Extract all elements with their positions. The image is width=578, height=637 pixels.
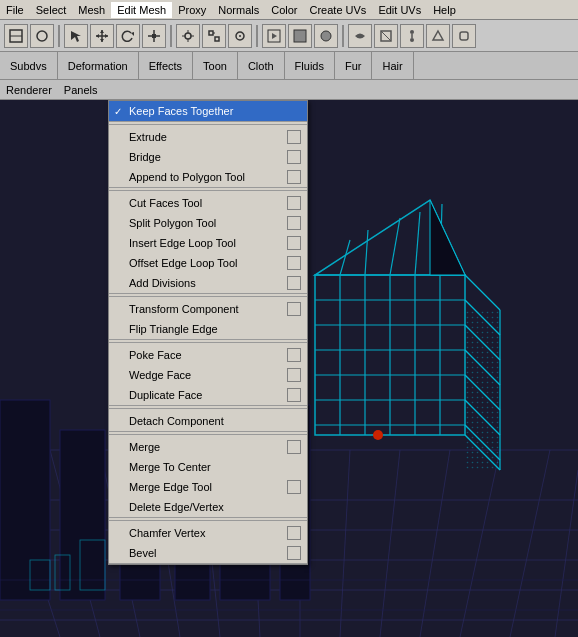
dropdown-section-7: Merge Merge To Center Merge Edge Tool De… bbox=[109, 437, 307, 518]
toolbar-btn-render2[interactable] bbox=[288, 24, 312, 48]
dropdown-section-4: Transform Component Flip Triangle Edge bbox=[109, 299, 307, 340]
dropdown-section-1: ✓ Keep Faces Together bbox=[109, 101, 307, 122]
tab-hair[interactable]: Hair bbox=[372, 52, 413, 79]
svg-rect-28 bbox=[294, 30, 306, 42]
dropdown-item-wedge-face[interactable]: Wedge Face bbox=[109, 365, 307, 385]
tab-fluids[interactable]: Fluids bbox=[285, 52, 335, 79]
option-box-extrude[interactable] bbox=[287, 130, 301, 144]
svg-rect-87 bbox=[0, 400, 50, 600]
dropdown-section-3: Cut Faces Tool Split Polygon Tool Insert… bbox=[109, 193, 307, 294]
dropdown-item-append-polygon[interactable]: Append to Polygon Tool bbox=[109, 167, 307, 187]
dropdown-item-bevel[interactable]: Bevel bbox=[109, 543, 307, 563]
dropdown-sep-7 bbox=[109, 520, 307, 521]
option-box-append-polygon[interactable] bbox=[287, 170, 301, 184]
toolbar-btn-scale[interactable] bbox=[142, 24, 166, 48]
toolbar-btn-render3[interactable] bbox=[314, 24, 338, 48]
dropdown-item-merge-edge-tool[interactable]: Merge Edge Tool bbox=[109, 477, 307, 497]
dropdown-section-6: Detach Component bbox=[109, 411, 307, 432]
toolbar-btn-snap3[interactable] bbox=[228, 24, 252, 48]
dropdown-item-extrude[interactable]: Extrude bbox=[109, 127, 307, 147]
dropdown-item-split-polygon[interactable]: Split Polygon Tool bbox=[109, 213, 307, 233]
svg-point-16 bbox=[185, 33, 191, 39]
dropdown-item-bridge[interactable]: Bridge bbox=[109, 147, 307, 167]
toolbar-row bbox=[0, 20, 578, 52]
option-box-poke-face[interactable] bbox=[287, 348, 301, 362]
tab-deformation[interactable]: Deformation bbox=[58, 52, 139, 79]
dropdown-item-cut-faces[interactable]: Cut Faces Tool bbox=[109, 193, 307, 213]
dropdown-item-detach-component[interactable]: Detach Component bbox=[109, 411, 307, 431]
option-box-add-divisions[interactable] bbox=[287, 276, 301, 290]
menu-help[interactable]: Help bbox=[427, 2, 462, 18]
menu-file[interactable]: File bbox=[0, 2, 30, 18]
toolbar-btn-extra1[interactable] bbox=[348, 24, 372, 48]
option-box-merge-edge-tool[interactable] bbox=[287, 480, 301, 494]
option-box-insert-edge-loop[interactable] bbox=[287, 236, 301, 250]
dropdown-sep-6 bbox=[109, 434, 307, 435]
dropdown-item-add-divisions[interactable]: Add Divisions bbox=[109, 273, 307, 293]
menu-normals[interactable]: Normals bbox=[212, 2, 265, 18]
tab-cloth[interactable]: Cloth bbox=[238, 52, 285, 79]
dropdown-item-merge[interactable]: Merge bbox=[109, 437, 307, 457]
tab-fur[interactable]: Fur bbox=[335, 52, 373, 79]
dropdown-sep-5 bbox=[109, 408, 307, 409]
toolbar-btn-render1[interactable] bbox=[262, 24, 286, 48]
menu-create-uvs[interactable]: Create UVs bbox=[304, 2, 373, 18]
check-mark-icon: ✓ bbox=[114, 106, 122, 117]
toolbar-btn-snap2[interactable] bbox=[202, 24, 226, 48]
toolbar-sep-2 bbox=[170, 25, 172, 47]
dropdown-item-transform-component[interactable]: Transform Component bbox=[109, 299, 307, 319]
option-box-merge[interactable] bbox=[287, 440, 301, 454]
toolbar-btn-extra2[interactable] bbox=[374, 24, 398, 48]
toolbar-btn-extra4[interactable] bbox=[426, 24, 450, 48]
svg-marker-7 bbox=[100, 39, 104, 42]
toolbar-btn-move[interactable] bbox=[90, 24, 114, 48]
svg-marker-10 bbox=[131, 32, 134, 36]
panels-label: Panels bbox=[64, 84, 98, 96]
menu-select[interactable]: Select bbox=[30, 2, 73, 18]
dropdown-sep-3 bbox=[109, 296, 307, 297]
dropdown-item-duplicate-face[interactable]: Duplicate Face bbox=[109, 385, 307, 405]
tab-effects[interactable]: Effects bbox=[139, 52, 193, 79]
svg-marker-3 bbox=[71, 31, 81, 42]
toolbar-btn-2[interactable] bbox=[30, 24, 54, 48]
dropdown-section-5: Poke Face Wedge Face Duplicate Face bbox=[109, 345, 307, 406]
menu-edit-mesh[interactable]: Edit Mesh bbox=[111, 2, 172, 18]
dropdown-item-merge-to-center[interactable]: Merge To Center bbox=[109, 457, 307, 477]
tabs-row: Subdvs Deformation Effects Toon Cloth Fl… bbox=[0, 52, 578, 80]
option-box-duplicate-face[interactable] bbox=[287, 388, 301, 402]
tab-toon[interactable]: Toon bbox=[193, 52, 238, 79]
option-box-offset-edge-loop[interactable] bbox=[287, 256, 301, 270]
option-box-bridge[interactable] bbox=[287, 150, 301, 164]
toolbar-sep-4 bbox=[342, 25, 344, 47]
toolbar-btn-extra3[interactable] bbox=[400, 24, 424, 48]
option-box-wedge-face[interactable] bbox=[287, 368, 301, 382]
toolbar-btn-snap[interactable] bbox=[176, 24, 200, 48]
menu-color[interactable]: Color bbox=[265, 2, 303, 18]
dropdown-item-offset-edge-loop[interactable]: Offset Edge Loop Tool bbox=[109, 253, 307, 273]
option-box-split-polygon[interactable] bbox=[287, 216, 301, 230]
svg-marker-8 bbox=[96, 34, 99, 38]
option-box-chamfer-vertex[interactable] bbox=[287, 526, 301, 540]
dropdown-item-chamfer-vertex[interactable]: Chamfer Vertex bbox=[109, 523, 307, 543]
option-box-cut-faces[interactable] bbox=[287, 196, 301, 210]
menu-edit-uvs[interactable]: Edit UVs bbox=[372, 2, 427, 18]
dropdown-item-insert-edge-loop[interactable]: Insert Edge Loop Tool bbox=[109, 233, 307, 253]
toolbar-btn-1[interactable] bbox=[4, 24, 28, 48]
toolbar-btn-extra5[interactable] bbox=[452, 24, 476, 48]
menu-mesh[interactable]: Mesh bbox=[72, 2, 111, 18]
svg-point-29 bbox=[321, 31, 331, 41]
toolbar-btn-select[interactable] bbox=[64, 24, 88, 48]
dropdown-item-keep-faces[interactable]: ✓ Keep Faces Together bbox=[109, 101, 307, 121]
toolbar-btn-rotate[interactable] bbox=[116, 24, 140, 48]
dropdown-item-flip-triangle[interactable]: Flip Triangle Edge bbox=[109, 319, 307, 339]
option-box-bevel[interactable] bbox=[287, 546, 301, 560]
svg-point-32 bbox=[410, 30, 414, 34]
menu-proxy[interactable]: Proxy bbox=[172, 2, 212, 18]
toolbar-sep-3 bbox=[256, 25, 258, 47]
tab-subdvs[interactable]: Subdvs bbox=[0, 52, 58, 79]
option-box-transform-component[interactable] bbox=[287, 302, 301, 316]
menu-bar: File Select Mesh Edit Mesh Proxy Normals… bbox=[0, 0, 578, 20]
dropdown-item-delete-edge-vertex[interactable]: Delete Edge/Vertex bbox=[109, 497, 307, 517]
viewport: ✓ Keep Faces Together Extrude Bridge App… bbox=[0, 100, 578, 637]
dropdown-item-poke-face[interactable]: Poke Face bbox=[109, 345, 307, 365]
